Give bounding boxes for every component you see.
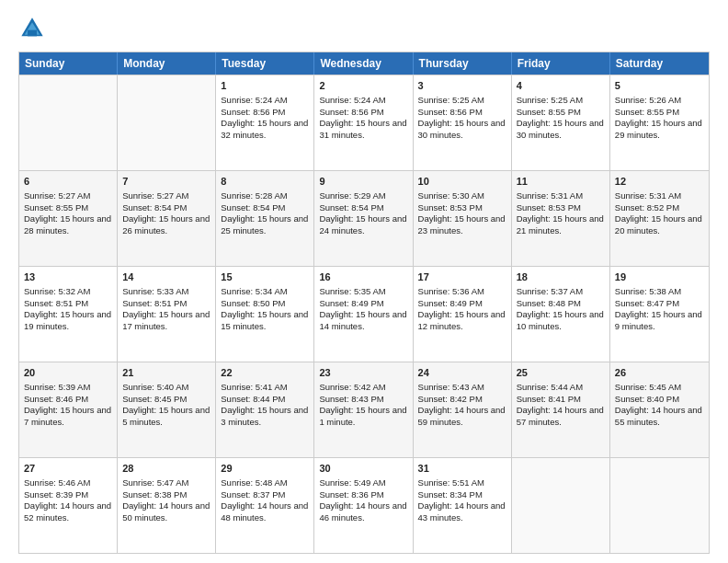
day-number: 13 — [24, 270, 112, 284]
day-number: 15 — [221, 270, 309, 284]
calendar-cell: 12Sunrise: 5:31 AM Sunset: 8:52 PM Dayli… — [610, 171, 709, 266]
calendar-cell: 18Sunrise: 5:37 AM Sunset: 8:48 PM Dayli… — [512, 267, 610, 362]
day-number: 16 — [319, 270, 407, 284]
calendar-cell — [118, 75, 216, 170]
day-info: Sunrise: 5:31 AM Sunset: 8:52 PM Dayligh… — [615, 190, 702, 236]
calendar-cell: 13Sunrise: 5:32 AM Sunset: 8:51 PM Dayli… — [19, 267, 118, 362]
calendar-cell: 22Sunrise: 5:41 AM Sunset: 8:44 PM Dayli… — [216, 362, 314, 457]
day-info: Sunrise: 5:40 AM Sunset: 8:45 PM Dayligh… — [122, 382, 210, 427]
weekday-header: Wednesday — [314, 52, 413, 75]
day-number: 14 — [122, 270, 210, 284]
calendar-cell: 14Sunrise: 5:33 AM Sunset: 8:51 PM Dayli… — [118, 267, 216, 362]
day-number: 20 — [24, 366, 112, 380]
calendar-cell: 21Sunrise: 5:40 AM Sunset: 8:45 PM Dayli… — [118, 362, 216, 457]
day-number: 8 — [221, 175, 309, 189]
calendar-cell: 19Sunrise: 5:38 AM Sunset: 8:47 PM Dayli… — [610, 267, 709, 362]
calendar-cell: 7Sunrise: 5:27 AM Sunset: 8:54 PM Daylig… — [118, 171, 216, 266]
calendar-cell: 3Sunrise: 5:25 AM Sunset: 8:56 PM Daylig… — [414, 75, 512, 170]
weekday-header: Thursday — [414, 52, 512, 75]
calendar-cell: 17Sunrise: 5:36 AM Sunset: 8:49 PM Dayli… — [414, 267, 512, 362]
day-info: Sunrise: 5:26 AM Sunset: 8:55 PM Dayligh… — [615, 95, 702, 140]
day-number: 28 — [122, 462, 210, 476]
day-info: Sunrise: 5:32 AM Sunset: 8:51 PM Dayligh… — [24, 286, 111, 331]
calendar-cell: 9Sunrise: 5:29 AM Sunset: 8:54 PM Daylig… — [314, 171, 413, 266]
calendar-row: 6Sunrise: 5:27 AM Sunset: 8:55 PM Daylig… — [19, 170, 709, 266]
calendar-cell: 15Sunrise: 5:34 AM Sunset: 8:50 PM Dayli… — [216, 267, 314, 362]
calendar-cell: 30Sunrise: 5:49 AM Sunset: 8:36 PM Dayli… — [314, 458, 413, 553]
day-number: 29 — [221, 462, 309, 476]
calendar-row: 13Sunrise: 5:32 AM Sunset: 8:51 PM Dayli… — [19, 266, 709, 362]
day-number: 26 — [615, 366, 704, 380]
calendar-cell: 31Sunrise: 5:51 AM Sunset: 8:34 PM Dayli… — [414, 458, 512, 553]
calendar-cell: 1Sunrise: 5:24 AM Sunset: 8:56 PM Daylig… — [216, 75, 314, 170]
calendar-cell: 6Sunrise: 5:27 AM Sunset: 8:55 PM Daylig… — [19, 171, 118, 266]
day-info: Sunrise: 5:46 AM Sunset: 8:39 PM Dayligh… — [24, 477, 111, 523]
day-number: 12 — [615, 175, 704, 189]
day-number: 6 — [24, 175, 112, 189]
calendar-cell: 25Sunrise: 5:44 AM Sunset: 8:41 PM Dayli… — [512, 362, 610, 457]
day-number: 31 — [418, 462, 506, 476]
day-number: 7 — [122, 175, 210, 189]
calendar-cell — [19, 75, 118, 170]
calendar-row: 27Sunrise: 5:46 AM Sunset: 8:39 PM Dayli… — [19, 457, 709, 553]
day-info: Sunrise: 5:45 AM Sunset: 8:40 PM Dayligh… — [615, 382, 702, 427]
calendar: SundayMondayTuesdayWednesdayThursdayFrid… — [18, 52, 710, 554]
calendar-cell: 2Sunrise: 5:24 AM Sunset: 8:56 PM Daylig… — [314, 75, 413, 170]
day-info: Sunrise: 5:51 AM Sunset: 8:34 PM Dayligh… — [418, 477, 506, 523]
day-info: Sunrise: 5:24 AM Sunset: 8:56 PM Dayligh… — [221, 95, 308, 140]
calendar-cell: 5Sunrise: 5:26 AM Sunset: 8:55 PM Daylig… — [610, 75, 709, 170]
calendar-cell: 16Sunrise: 5:35 AM Sunset: 8:49 PM Dayli… — [314, 267, 413, 362]
day-info: Sunrise: 5:49 AM Sunset: 8:36 PM Dayligh… — [319, 477, 406, 523]
day-info: Sunrise: 5:38 AM Sunset: 8:47 PM Dayligh… — [615, 286, 702, 331]
day-number: 22 — [221, 366, 309, 380]
day-number: 11 — [517, 175, 605, 189]
day-info: Sunrise: 5:44 AM Sunset: 8:41 PM Dayligh… — [517, 382, 604, 427]
day-info: Sunrise: 5:25 AM Sunset: 8:55 PM Dayligh… — [517, 95, 604, 140]
day-info: Sunrise: 5:27 AM Sunset: 8:54 PM Dayligh… — [122, 190, 210, 236]
day-info: Sunrise: 5:39 AM Sunset: 8:46 PM Dayligh… — [24, 382, 111, 427]
weekday-header: Monday — [118, 52, 216, 75]
calendar-row: 20Sunrise: 5:39 AM Sunset: 8:46 PM Dayli… — [19, 362, 709, 457]
calendar-cell: 29Sunrise: 5:48 AM Sunset: 8:37 PM Dayli… — [216, 458, 314, 553]
day-info: Sunrise: 5:27 AM Sunset: 8:55 PM Dayligh… — [24, 190, 111, 236]
day-info: Sunrise: 5:34 AM Sunset: 8:50 PM Dayligh… — [221, 286, 308, 331]
calendar-body: 1Sunrise: 5:24 AM Sunset: 8:56 PM Daylig… — [19, 75, 709, 553]
day-number: 9 — [319, 175, 407, 189]
day-number: 27 — [24, 462, 112, 476]
day-number: 3 — [418, 79, 506, 93]
svg-rect-2 — [28, 30, 37, 37]
day-number: 19 — [615, 270, 704, 284]
day-info: Sunrise: 5:48 AM Sunset: 8:37 PM Dayligh… — [221, 477, 308, 523]
day-info: Sunrise: 5:43 AM Sunset: 8:42 PM Dayligh… — [418, 382, 506, 427]
day-info: Sunrise: 5:31 AM Sunset: 8:53 PM Dayligh… — [517, 190, 604, 236]
day-number: 18 — [517, 270, 605, 284]
calendar-cell: 20Sunrise: 5:39 AM Sunset: 8:46 PM Dayli… — [19, 362, 118, 457]
calendar-cell: 11Sunrise: 5:31 AM Sunset: 8:53 PM Dayli… — [512, 171, 610, 266]
weekday-header: Friday — [512, 52, 610, 75]
calendar-cell: 28Sunrise: 5:47 AM Sunset: 8:38 PM Dayli… — [118, 458, 216, 553]
day-info: Sunrise: 5:36 AM Sunset: 8:49 PM Dayligh… — [418, 286, 506, 331]
day-number: 25 — [517, 366, 605, 380]
day-info: Sunrise: 5:29 AM Sunset: 8:54 PM Dayligh… — [319, 190, 406, 236]
day-info: Sunrise: 5:33 AM Sunset: 8:51 PM Dayligh… — [122, 286, 210, 331]
calendar-header: SundayMondayTuesdayWednesdayThursdayFrid… — [19, 52, 709, 75]
day-info: Sunrise: 5:30 AM Sunset: 8:53 PM Dayligh… — [418, 190, 506, 236]
day-number: 24 — [418, 366, 506, 380]
day-number: 4 — [517, 79, 605, 93]
logo — [18, 15, 50, 42]
calendar-cell: 4Sunrise: 5:25 AM Sunset: 8:55 PM Daylig… — [512, 75, 610, 170]
calendar-cell: 27Sunrise: 5:46 AM Sunset: 8:39 PM Dayli… — [19, 458, 118, 553]
day-info: Sunrise: 5:24 AM Sunset: 8:56 PM Dayligh… — [319, 95, 406, 140]
calendar-cell: 24Sunrise: 5:43 AM Sunset: 8:42 PM Dayli… — [414, 362, 512, 457]
day-number: 1 — [221, 79, 309, 93]
calendar-cell: 23Sunrise: 5:42 AM Sunset: 8:43 PM Dayli… — [314, 362, 413, 457]
day-info: Sunrise: 5:42 AM Sunset: 8:43 PM Dayligh… — [319, 382, 406, 427]
calendar-cell: 10Sunrise: 5:30 AM Sunset: 8:53 PM Dayli… — [414, 171, 512, 266]
day-info: Sunrise: 5:37 AM Sunset: 8:48 PM Dayligh… — [517, 286, 604, 331]
day-number: 23 — [319, 366, 407, 380]
calendar-cell: 8Sunrise: 5:28 AM Sunset: 8:54 PM Daylig… — [216, 171, 314, 266]
weekday-header: Saturday — [610, 52, 709, 75]
day-number: 30 — [319, 462, 407, 476]
weekday-header: Sunday — [19, 52, 118, 75]
day-number: 2 — [319, 79, 407, 93]
